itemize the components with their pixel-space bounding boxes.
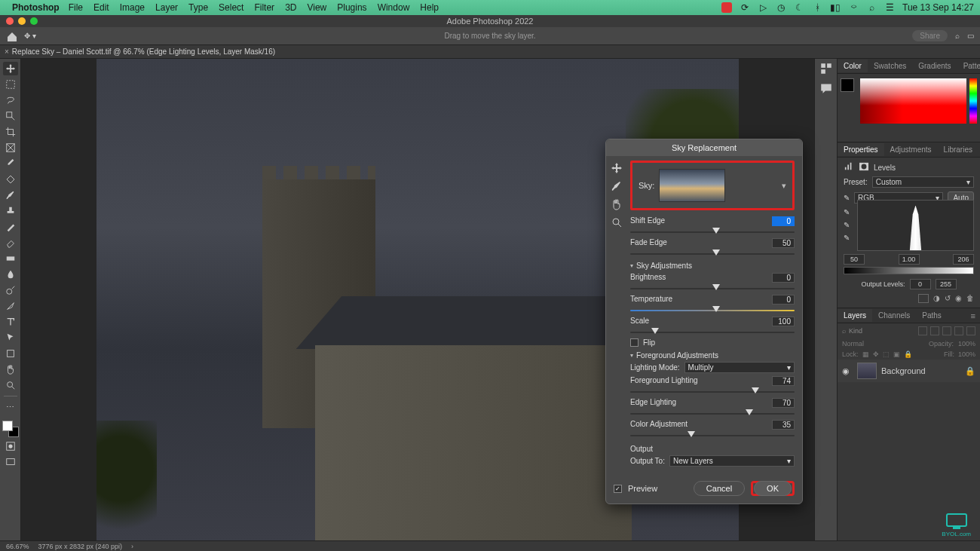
sync-icon[interactable]: ⟳: [740, 2, 750, 13]
edit-toolbar-icon[interactable]: ⋯: [3, 400, 18, 414]
tab-color[interactable]: Color: [838, 60, 868, 72]
move-tool-icon[interactable]: ✥ ▾: [24, 32, 36, 40]
reset-icon[interactable]: ↺: [945, 294, 951, 303]
window-zoom-icon[interactable]: [30, 17, 38, 25]
filter-smart-icon[interactable]: [966, 326, 975, 335]
blur-tool[interactable]: [3, 268, 18, 281]
status-chevron-icon[interactable]: ›: [131, 543, 133, 550]
play-icon[interactable]: ▷: [758, 2, 768, 13]
output-to-select[interactable]: New Layers▾: [669, 455, 795, 467]
hand-tool[interactable]: [3, 363, 18, 376]
flip-checkbox[interactable]: [630, 338, 639, 347]
brightness-slider[interactable]: [630, 284, 795, 292]
move-tool[interactable]: [3, 62, 18, 75]
control-center-icon[interactable]: ☰: [884, 2, 895, 13]
fg-lighting-value[interactable]: 74: [772, 376, 795, 386]
layer-thumbnail[interactable]: [857, 363, 877, 379]
layer-visibility-icon[interactable]: ◉: [842, 366, 853, 376]
delete-adjustment-icon[interactable]: 🗑: [966, 294, 974, 303]
output-gradient[interactable]: [844, 267, 974, 274]
sky-adjustments-header[interactable]: Sky Adjustments: [630, 262, 795, 270]
tab-libraries[interactable]: Libraries: [938, 143, 978, 156]
marquee-tool[interactable]: [3, 78, 18, 91]
dialog-move-tool[interactable]: [611, 162, 623, 174]
menu-image[interactable]: Image: [120, 2, 145, 13]
screen-mode-icon[interactable]: [3, 455, 18, 469]
panel-menu-icon[interactable]: ≡: [966, 311, 980, 320]
eyedropper-tool[interactable]: [3, 157, 18, 170]
shift-edge-value[interactable]: 0: [772, 216, 795, 226]
tab-paths[interactable]: Paths: [916, 309, 948, 322]
clock-icon[interactable]: ◷: [776, 2, 786, 13]
menu-file[interactable]: File: [69, 2, 83, 13]
comments-panel-icon[interactable]: [819, 81, 833, 95]
scale-slider[interactable]: [630, 328, 795, 335]
document-tab[interactable]: Replace Sky – Daniel Scott.tif @ 66.7% (…: [12, 47, 275, 56]
shift-edge-slider[interactable]: [630, 228, 795, 235]
home-icon[interactable]: [6, 31, 18, 41]
menu-layer[interactable]: Layer: [155, 2, 178, 13]
zoom-tool[interactable]: [3, 378, 18, 392]
window-close-icon[interactable]: [6, 17, 14, 25]
path-select-tool[interactable]: [3, 331, 18, 344]
menu-help[interactable]: Help: [420, 2, 439, 13]
battery-icon[interactable]: ▮▯: [830, 2, 841, 13]
dialog-brush-tool[interactable]: [611, 180, 623, 192]
fg-lighting-slider[interactable]: [630, 387, 795, 395]
preview-checkbox[interactable]: [614, 485, 622, 493]
temperature-slider[interactable]: [630, 306, 795, 314]
menu-plugins[interactable]: Plugins: [337, 2, 366, 13]
search-icon[interactable]: ⌕: [955, 32, 960, 40]
levels-histogram[interactable]: [857, 200, 974, 251]
menu-window[interactable]: Window: [378, 2, 410, 13]
recording-icon[interactable]: [721, 2, 732, 13]
temperature-value[interactable]: 0: [772, 295, 795, 305]
fade-edge-value[interactable]: 50: [772, 238, 795, 248]
brush-tool[interactable]: [3, 188, 18, 202]
frame-tool[interactable]: [3, 141, 18, 155]
sky-preset-picker[interactable]: Sky: ▾: [630, 161, 795, 210]
share-button[interactable]: Share: [912, 30, 948, 41]
edge-lighting-slider[interactable]: [630, 409, 795, 417]
workspace-icon[interactable]: ▭: [967, 32, 974, 40]
zoom-level[interactable]: 66.67%: [6, 543, 29, 550]
filter-pixel-icon[interactable]: [918, 326, 927, 335]
blend-mode-select[interactable]: Normal: [842, 340, 864, 347]
menu-select[interactable]: Select: [219, 2, 243, 13]
quick-mask-icon[interactable]: [3, 439, 18, 453]
clip-layer-icon[interactable]: [918, 294, 929, 303]
tab-properties[interactable]: Properties: [838, 143, 884, 156]
scale-value[interactable]: 100: [772, 317, 795, 326]
lock-position-icon[interactable]: ✥: [873, 350, 879, 358]
wifi-icon[interactable]: ⌔: [848, 2, 859, 13]
window-minimize-icon[interactable]: [18, 17, 26, 25]
filter-shape-icon[interactable]: [954, 326, 963, 335]
output-shadow-level[interactable]: 0: [910, 279, 931, 289]
toggle-visibility-icon[interactable]: ◉: [955, 294, 962, 303]
preset-select[interactable]: Custom▾: [872, 176, 974, 188]
shape-tool[interactable]: [3, 347, 18, 360]
type-tool[interactable]: [3, 315, 18, 329]
tab-adjustments[interactable]: Adjustments: [884, 143, 938, 156]
lock-artboard-icon[interactable]: ▣: [893, 350, 900, 358]
opacity-value[interactable]: 100%: [958, 340, 975, 347]
history-brush-tool[interactable]: [3, 220, 18, 234]
lock-icon[interactable]: 🔒: [904, 350, 912, 358]
eyedropper-sample-icon[interactable]: ✎: [844, 194, 850, 202]
input-highlight-level[interactable]: 206: [953, 254, 974, 265]
lighting-mode-select[interactable]: Multiply▾: [684, 362, 795, 373]
menu-type[interactable]: Type: [188, 2, 208, 13]
cancel-button[interactable]: Cancel: [694, 481, 745, 496]
app-menu[interactable]: Photoshop: [12, 2, 60, 13]
crop-tool[interactable]: [3, 125, 18, 139]
menu-3d[interactable]: 3D: [285, 2, 296, 13]
stamp-tool[interactable]: [3, 204, 18, 218]
menu-edit[interactable]: Edit: [93, 2, 109, 13]
object-select-tool[interactable]: [3, 109, 18, 123]
fade-edge-slider[interactable]: [630, 249, 795, 257]
fill-value[interactable]: 100%: [958, 350, 975, 358]
foreground-background-swatch[interactable]: [2, 421, 19, 437]
tab-channels[interactable]: Channels: [872, 309, 916, 322]
color-adjustment-slider[interactable]: [630, 431, 795, 439]
menu-filter[interactable]: Filter: [254, 2, 274, 13]
